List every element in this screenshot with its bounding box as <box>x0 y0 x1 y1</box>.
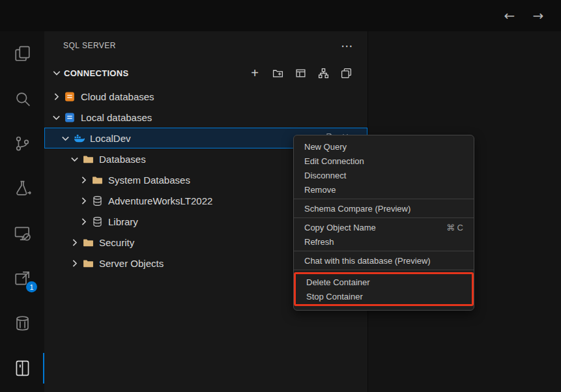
chevron-right-icon[interactable] <box>69 258 80 269</box>
database-icon <box>92 195 103 206</box>
local-db-icon <box>65 112 76 123</box>
chevron-down-icon[interactable] <box>69 154 80 165</box>
activity-item-explorer[interactable] <box>0 31 44 76</box>
window-body: 1 SQL SERVER ⋯ CONNECTIONS <box>0 31 561 392</box>
folder-icon <box>83 237 94 248</box>
tree-item-label: AdventureWorksLT2022 <box>108 195 212 206</box>
search-icon <box>13 89 32 108</box>
back-arrow-icon[interactable]: ← <box>501 7 518 24</box>
menu-separator <box>294 199 474 199</box>
activity-item-sql-server[interactable] <box>0 346 44 391</box>
source-control-icon <box>13 134 32 153</box>
tree-item-cloud-databases[interactable]: Cloud databases <box>44 86 367 107</box>
database-icon <box>92 216 103 227</box>
menu-separator <box>294 270 474 270</box>
menu-item-remove[interactable]: Remove <box>294 182 474 197</box>
sitemap-icon[interactable] <box>316 66 330 80</box>
activity-item-extensions[interactable]: 1 <box>0 256 44 301</box>
menu-item-edit-connection[interactable]: Edit Connection <box>294 154 474 168</box>
sidebar-header: SQL SERVER ⋯ <box>44 31 367 60</box>
chevron-down-icon[interactable] <box>60 133 71 144</box>
sidebar-title: SQL SERVER <box>63 41 116 50</box>
overlapping-squares-icon[interactable] <box>339 66 353 80</box>
more-actions-icon[interactable]: ⋯ <box>341 40 353 52</box>
add-connection-icon[interactable]: + <box>248 66 262 80</box>
menu-item-label: New Query <box>304 142 347 152</box>
menu-group: Copy Object Name⌘ CRefresh <box>294 220 474 249</box>
chevron-down-icon[interactable] <box>51 67 63 79</box>
menu-item-stop-container[interactable]: Stop Container <box>296 289 472 303</box>
tree-item-label: Cloud databases <box>81 91 154 102</box>
menu-separator <box>294 217 474 218</box>
activity-bar: 1 <box>0 31 44 392</box>
menu-item-label: Chat with this database (Preview) <box>304 256 431 266</box>
menu-separator <box>294 251 474 251</box>
files-icon <box>13 44 32 63</box>
tree-item-label: Security <box>99 237 134 248</box>
chevron-right-icon[interactable] <box>51 91 62 102</box>
menu-group: Chat with this database (Preview) <box>294 253 474 268</box>
forward-arrow-icon[interactable]: → <box>530 7 547 24</box>
chevron-down-icon[interactable] <box>51 112 62 123</box>
tree-item-label: LocalDev <box>90 133 131 144</box>
menu-item-disconnect[interactable]: Disconnect <box>294 168 474 182</box>
annotation-highlight-box: Delete ContainerStop Container <box>294 272 474 306</box>
folder-icon <box>83 154 94 165</box>
activity-item-search[interactable] <box>0 76 44 121</box>
menu-item-chat-with-this-database-preview[interactable]: Chat with this database (Preview) <box>294 253 474 268</box>
menu-item-refresh[interactable]: Refresh <box>294 234 474 249</box>
sql-server-icon <box>13 359 32 378</box>
menu-item-label: Edit Connection <box>304 156 364 166</box>
menu-item-label: Stop Container <box>306 292 363 301</box>
chevron-right-icon[interactable] <box>69 237 80 248</box>
menu-item-label: Remove <box>304 185 336 195</box>
connections-section-header[interactable]: CONNECTIONS + <box>44 60 367 86</box>
connections-toolbar: + <box>248 66 357 80</box>
chevron-right-icon[interactable] <box>78 195 89 206</box>
tree-item-label: Databases <box>99 154 146 165</box>
menu-group: New QueryEdit ConnectionDisconnectRemove <box>294 139 474 197</box>
chevron-right-icon[interactable] <box>78 216 89 227</box>
menu-item-label: Disconnect <box>304 171 346 180</box>
tree-item-label: Server Objects <box>99 258 164 269</box>
notification-badge: 1 <box>26 281 37 292</box>
connections-section-label: CONNECTIONS <box>64 68 128 78</box>
activity-item-source-control[interactable] <box>0 121 44 166</box>
menu-item-new-query[interactable]: New Query <box>294 139 474 154</box>
tree-item-label: Library <box>108 216 138 227</box>
flask-icon <box>13 179 32 198</box>
docker-icon <box>74 133 85 144</box>
menu-item-shortcut: ⌘ C <box>446 223 463 232</box>
context-menu: New QueryEdit ConnectionDisconnectRemove… <box>293 135 474 311</box>
menu-item-delete-container[interactable]: Delete Container <box>296 275 472 289</box>
title-bar: ← → <box>0 0 561 31</box>
menu-item-label: Delete Container <box>306 277 370 287</box>
tree-item-label: Local databases <box>81 112 152 123</box>
menu-item-copy-object-name[interactable]: Copy Object Name⌘ C <box>294 220 474 234</box>
container-barrel-icon <box>13 314 32 333</box>
menu-item-label: Schema Compare (Preview) <box>304 204 410 214</box>
activity-item-tests[interactable] <box>0 166 44 211</box>
chevron-right-icon[interactable] <box>78 175 89 186</box>
menu-item-schema-compare-preview[interactable]: Schema Compare (Preview) <box>294 201 474 216</box>
menu-group: Schema Compare (Preview) <box>294 201 474 216</box>
new-folder-icon[interactable] <box>270 66 285 80</box>
folder-icon <box>92 175 103 186</box>
tree-item-label: System Databases <box>108 175 190 186</box>
activity-item-remote-explorer[interactable] <box>0 211 44 256</box>
monitor-slash-icon <box>13 224 32 243</box>
cloud-db-icon <box>65 91 76 102</box>
menu-item-label: Refresh <box>304 237 334 247</box>
activity-item-containers[interactable] <box>0 301 44 346</box>
table-icon[interactable] <box>293 66 308 80</box>
folder-icon <box>83 258 94 269</box>
menu-item-label: Copy Object Name <box>304 223 376 232</box>
tree-item-local-databases[interactable]: Local databases <box>44 107 367 128</box>
